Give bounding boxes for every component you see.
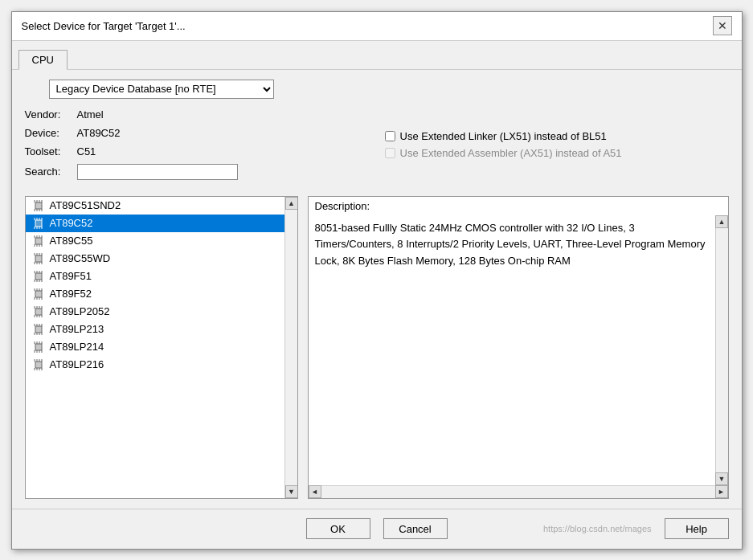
device-value: AT89C52: [77, 127, 121, 139]
dropdown-wrapper[interactable]: Legacy Device Database [no RTE]Device Da…: [49, 80, 274, 99]
close-button[interactable]: ✕: [713, 16, 732, 35]
dialog: Select Device for Target 'Target 1'... ✕…: [11, 11, 743, 550]
svg-rect-45: [35, 291, 42, 297]
chip-icon: [32, 199, 45, 212]
search-input[interactable]: [77, 164, 238, 180]
description-vscroll: ▲ ▼: [715, 215, 728, 485]
extended-linker-label: Use Extended Linker (LX51) instead of BL…: [400, 130, 607, 142]
svg-rect-81: [35, 362, 42, 368]
list-vscroll: ▲ ▼: [284, 197, 297, 498]
svg-rect-9: [35, 220, 42, 227]
device-name: AT89LP214: [50, 341, 104, 353]
chip-icon: [32, 358, 45, 371]
device-name: AT89C52: [50, 217, 93, 229]
footer-center: OK Cancel: [306, 518, 448, 539]
list-layout: AT89C51SND2AT89C52AT89C55AT89C55WDAT89F5…: [26, 197, 297, 498]
chip-icon: [32, 305, 45, 318]
description-label: Description:: [309, 197, 728, 215]
device-list-container: AT89C51SND2AT89C52AT89C55AT89C55WDAT89F5…: [25, 196, 298, 499]
watermark: https://blog.csdn.net/mages: [543, 524, 652, 533]
dropdown-row: Legacy Device Database [no RTE]Device Da…: [25, 80, 729, 99]
list-item[interactable]: AT89C52: [26, 215, 284, 232]
description-scroll-area: 8051-based Fullly Static 24MHz CMOS cont…: [309, 215, 728, 485]
chip-icon: [32, 217, 45, 230]
desc-scroll-down-btn[interactable]: ▼: [715, 472, 728, 485]
list-item[interactable]: AT89F51: [26, 268, 284, 285]
svg-rect-63: [35, 326, 42, 333]
list-item[interactable]: AT89C55WD: [26, 250, 284, 268]
main-content: AT89C51SND2AT89C52AT89C55AT89C55WDAT89F5…: [25, 196, 729, 499]
device-name: AT89C51SND2: [50, 199, 121, 211]
toolset-row: Toolset: C51: [25, 145, 369, 157]
list-scroll-down-btn[interactable]: ▼: [285, 485, 297, 498]
tab-cpu[interactable]: CPU: [18, 50, 68, 70]
desc-scroll-up-btn[interactable]: ▲: [715, 215, 728, 228]
description-text: 8051-based Fullly Static 24MHz CMOS cont…: [309, 215, 715, 485]
desc-hscroll-right-btn[interactable]: ►: [715, 485, 728, 498]
list-item[interactable]: AT89F52: [26, 285, 284, 303]
svg-rect-0: [35, 202, 42, 209]
list-item[interactable]: AT89C51SND2: [26, 197, 284, 215]
desc-scroll-track: [716, 228, 728, 472]
chip-icon: [32, 323, 45, 336]
chip-icon: [32, 270, 45, 283]
list-item[interactable]: AT89LP2052: [26, 303, 284, 321]
fields-col: Vendor: Atmel Device: AT89C52 Toolset: C…: [25, 108, 369, 186]
chip-icon: [32, 288, 45, 300]
description-hscroll: ◄ ►: [309, 485, 728, 498]
device-name: AT89F51: [50, 270, 92, 282]
svg-rect-36: [35, 273, 42, 280]
chip-icon: [32, 235, 45, 247]
device-name: AT89LP213: [50, 323, 104, 335]
fields-row: Vendor: Atmel Device: AT89C52 Toolset: C…: [25, 108, 729, 186]
description-area: Description: 8051-based Fullly Static 24…: [308, 196, 729, 499]
search-row: Search:: [25, 164, 369, 180]
extended-assembler-checkbox[interactable]: [385, 148, 395, 158]
toolset-value: C51: [77, 145, 96, 157]
svg-rect-27: [35, 255, 42, 262]
device-name: AT89F52: [50, 288, 92, 300]
device-list[interactable]: AT89C51SND2AT89C52AT89C55AT89C55WDAT89F5…: [26, 197, 284, 498]
desc-hscroll-left-btn[interactable]: ◄: [309, 485, 321, 498]
toolset-label: Toolset:: [25, 145, 77, 157]
list-scroll-track: [285, 210, 297, 485]
right-options: Use Extended Linker (LX51) instead of BL…: [369, 108, 729, 186]
svg-rect-18: [35, 238, 42, 244]
vendor-row: Vendor: Atmel: [25, 108, 369, 121]
help-button[interactable]: Help: [665, 518, 729, 539]
device-name: AT89C55: [50, 235, 93, 247]
device-name: AT89C55WD: [50, 252, 111, 264]
vendor-value: Atmel: [77, 108, 104, 121]
database-dropdown[interactable]: Legacy Device Database [no RTE]Device Da…: [49, 80, 274, 99]
footer-right: https://blog.csdn.net/mages Help: [448, 518, 729, 539]
list-item[interactable]: AT89C55: [26, 232, 284, 250]
ok-button[interactable]: OK: [306, 518, 370, 539]
svg-rect-54: [35, 309, 42, 315]
list-scroll-up-btn[interactable]: ▲: [285, 197, 297, 210]
vendor-label: Vendor:: [25, 108, 77, 121]
device-label: Device:: [25, 127, 77, 139]
extended-assembler-label: Use Extended Assembler (AX51) instead of…: [400, 147, 622, 159]
list-item[interactable]: AT89LP213: [26, 321, 284, 338]
list-item[interactable]: AT89LP216: [26, 356, 284, 374]
svg-rect-72: [35, 344, 42, 350]
extended-linker-checkbox[interactable]: [385, 131, 395, 141]
search-label: Search:: [25, 166, 77, 178]
device-name: AT89LP2052: [50, 305, 110, 317]
device-row: Device: AT89C52: [25, 127, 369, 139]
cancel-button[interactable]: Cancel: [383, 518, 448, 539]
extended-assembler-row: Use Extended Assembler (AX51) instead of…: [385, 147, 729, 159]
device-name: AT89LP216: [50, 358, 104, 370]
chip-icon: [32, 341, 45, 354]
chip-icon: [32, 252, 45, 265]
dialog-title: Select Device for Target 'Target 1'...: [22, 20, 186, 32]
list-item[interactable]: AT89LP214: [26, 338, 284, 356]
tab-bar: CPU: [12, 41, 742, 70]
desc-hscroll-track: [321, 486, 715, 498]
extended-linker-row: Use Extended Linker (LX51) instead of BL…: [385, 130, 729, 142]
dialog-body: Legacy Device Database [no RTE]Device Da…: [12, 70, 742, 509]
footer: OK Cancel https://blog.csdn.net/mages He…: [12, 509, 742, 549]
title-bar: Select Device for Target 'Target 1'... ✕: [12, 12, 742, 41]
